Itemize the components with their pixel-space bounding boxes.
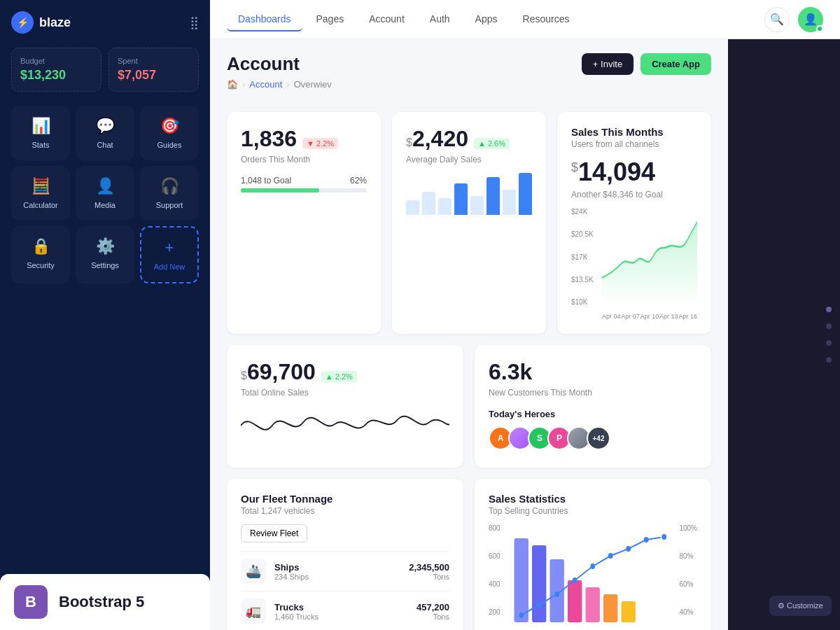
panel-dot[interactable] (826, 323, 832, 329)
stats-row2: $ 69,700 ▲ 2.2% Total Online Sales 6.3k … (227, 345, 711, 468)
x-label: Apr 13 (659, 313, 678, 320)
page-title: Account (227, 53, 332, 75)
nav-link-account[interactable]: Account (358, 8, 416, 31)
sidebar-item-label: Stats (31, 141, 49, 149)
x-label: Apr 07 (621, 313, 640, 320)
sidebar: ⚡ blaze ⣿ Budget $13,230 Spent $7,057 📊 … (0, 0, 210, 630)
fleet-row: 🚛 Trucks 1,460 Trucks 457,200 Tons (241, 591, 449, 630)
settings-icon: ⚙️ (96, 237, 115, 255)
invite-button[interactable]: + Invite (582, 53, 634, 75)
sidebar-item-calculator[interactable]: 🧮 Calculator (11, 166, 70, 220)
hero-avatar-extra: +42 (587, 426, 610, 450)
sales-stats-card: Sales Statistics Top Selling Countries 8… (475, 479, 711, 630)
svg-rect-5 (603, 594, 617, 622)
top-nav-links: Dashboards Pages Account Auth Apps Resou… (227, 8, 580, 31)
sales-big-value: $14,094 (571, 158, 697, 187)
panel-dot[interactable] (826, 307, 832, 312)
pct-label: 40% (679, 608, 697, 616)
chat-icon: 💬 (96, 117, 115, 135)
sidebar-item-chat[interactable]: 💬 Chat (76, 106, 134, 160)
review-fleet-button[interactable]: Review Fleet (241, 524, 307, 542)
sales-stats-svg (508, 524, 675, 630)
customize-button[interactable]: ⚙ Customize (769, 596, 832, 616)
x-label: Apr 16 (678, 313, 697, 320)
sales-stats-title: Sales Statistics (489, 493, 697, 505)
x-label: Apr 04 (602, 313, 621, 320)
sidebar-item-label: Calculator (23, 201, 58, 209)
sidebar-item-label: Security (27, 261, 55, 270)
search-button[interactable]: 🔍 (764, 7, 790, 32)
bar-2 (422, 192, 435, 215)
pct-label: 60% (679, 580, 697, 588)
pct-label: 80% (679, 552, 697, 560)
sidebar-item-label: Settings (91, 261, 119, 270)
sidebar-item-add-new[interactable]: + Add New (140, 226, 199, 284)
page-header: Account 🏠 › Account › Overwiev (227, 53, 332, 90)
sidebar-item-guides[interactable]: 🎯 Guides (140, 106, 199, 160)
breadcrumb-section[interactable]: Account (249, 79, 282, 90)
daily-sales-label: Average Daily Sales (406, 155, 532, 164)
panel-dot[interactable] (826, 340, 832, 346)
content: Account 🏠 › Account › Overwiev + Invite … (210, 39, 840, 630)
y-label: 800 (489, 524, 500, 532)
breadcrumb-home[interactable]: 🏠 (227, 79, 238, 90)
total-sales-badge: ▲ 2.2% (321, 371, 357, 382)
svg-point-7 (519, 612, 524, 618)
fleet-val: 2,345,500 Tons (409, 562, 449, 581)
chart-y-labels: $24K $20.5K $17K $13.5K $10K (571, 208, 594, 306)
ships-icon: 🚢 (241, 559, 266, 584)
new-customers-label: New Customers This Month (489, 388, 697, 398)
nav-link-dashboards[interactable]: Dashboards (227, 8, 302, 31)
sidebar-item-stats[interactable]: 📊 Stats (11, 106, 70, 160)
breadcrumb: 🏠 › Account › Overwiev (227, 79, 332, 90)
sidebar-item-support[interactable]: 🎧 Support (140, 166, 199, 220)
content-inner: Account 🏠 › Account › Overwiev + Invite … (210, 39, 728, 630)
pct-label: 100% (679, 524, 697, 532)
fleet-card: Our Fleet Tonnage Total 1,247 vehicles R… (227, 479, 463, 630)
sales-title: Sales This Months (571, 126, 697, 138)
x-label: Apr 10 (640, 313, 659, 320)
y-label: $10K (571, 298, 594, 306)
nav-link-pages[interactable]: Pages (305, 8, 356, 31)
svg-rect-3 (568, 580, 582, 622)
fleet-val: 457,200 Tons (416, 602, 449, 621)
sidebar-item-label: Chat (97, 141, 113, 149)
fleet-number: 457,200 (416, 602, 449, 612)
create-app-button[interactable]: Create App (640, 53, 711, 75)
mini-bar-chart (406, 173, 532, 215)
sidebar-item-media[interactable]: 👤 Media (76, 166, 134, 220)
progress-bar-inner (241, 188, 319, 192)
fleet-number: 2,345,500 (409, 562, 449, 573)
calculator-icon: 🧮 (31, 177, 50, 195)
panel-dot[interactable] (826, 357, 832, 363)
daily-sales-value: 2,420 (412, 126, 468, 152)
y-label: $20.5K (571, 230, 594, 238)
top-nav-right: 🔍 👤 (764, 7, 823, 32)
spent-value: $7,057 (118, 68, 190, 83)
stats-icon: 📊 (31, 117, 50, 135)
nav-link-apps[interactable]: Apps (464, 8, 509, 31)
total-sales-label: Total Online Sales (241, 388, 449, 398)
svg-rect-0 (514, 538, 528, 622)
sidebar-item-security[interactable]: 🔒 Security (11, 226, 70, 284)
y-label: 600 (489, 552, 500, 560)
heroes-label: Today's Heroes (489, 409, 697, 419)
nav-link-auth[interactable]: Auth (419, 8, 461, 31)
sidebar-item-label: Add New (154, 262, 186, 271)
nav-link-resources[interactable]: Resources (512, 8, 581, 31)
total-sales-value: 69,700 (247, 359, 316, 385)
progress-row: 1,048 to Goal 62% (241, 176, 367, 192)
fleet-info: Ships 234 Ships (274, 562, 309, 581)
svg-rect-6 (622, 601, 636, 622)
nav-grid: 📊 Stats 💬 Chat 🎯 Guides 🧮 Calculator 👤 M… (11, 106, 199, 284)
sidebar-item-settings[interactable]: ⚙️ Settings (76, 226, 134, 284)
panel-controls (826, 307, 832, 363)
sidebar-menu-icon[interactable]: ⣿ (190, 15, 199, 30)
online-indicator (816, 25, 823, 32)
progress-percent: 62% (350, 176, 367, 186)
right-panel: ⚙ Customize (728, 39, 840, 630)
user-avatar[interactable]: 👤 (798, 7, 823, 32)
green-chart-svg (602, 208, 697, 306)
sidebar-header: ⚡ blaze ⣿ (11, 11, 199, 34)
svg-point-11 (590, 564, 595, 569)
